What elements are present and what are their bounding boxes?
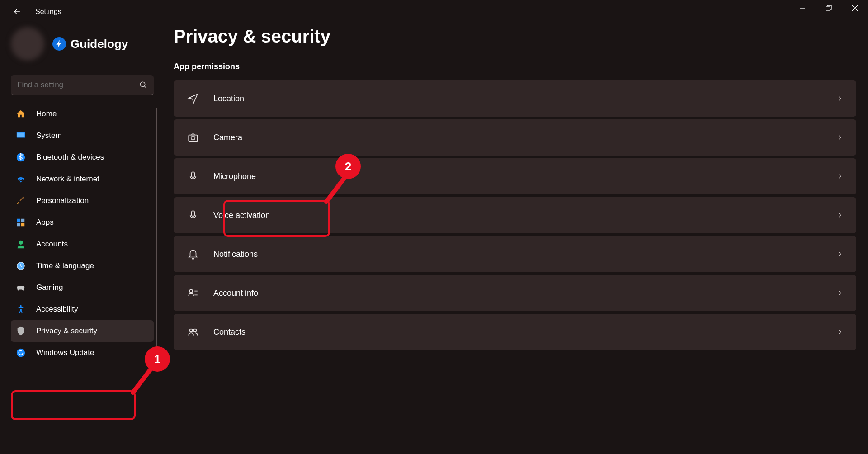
sidebar-item-home[interactable]: Home — [11, 103, 154, 125]
brand-text: Guidelogy — [71, 37, 128, 51]
sidebar-item-label: Time & language — [36, 261, 94, 270]
svg-rect-16 — [192, 172, 195, 177]
main-content: Privacy & security App permissions Locat… — [174, 24, 856, 454]
permission-rows: Location Camera Microphone Voice activat… — [174, 80, 856, 350]
sidebar-item-accessibility[interactable]: Accessibility — [11, 298, 154, 320]
row-contacts[interactable]: Contacts — [174, 314, 856, 350]
minimize-button[interactable] — [789, 0, 816, 16]
chevron-right-icon — [836, 95, 844, 102]
sidebar-item-label: Gaming — [36, 283, 63, 292]
sidebar-item-label: Accounts — [36, 240, 68, 249]
svg-point-18 — [189, 289, 193, 293]
chevron-right-icon — [836, 134, 844, 141]
row-account-info[interactable]: Account info — [174, 275, 856, 311]
row-voice-activation[interactable]: Voice activation — [174, 197, 856, 233]
svg-point-1 — [140, 82, 145, 87]
clock-globe-icon — [15, 260, 26, 271]
sidebar-item-label: Bluetooth & devices — [36, 153, 104, 162]
row-camera[interactable]: Camera — [174, 119, 856, 156]
apps-icon — [15, 217, 26, 228]
svg-point-12 — [20, 305, 22, 307]
sidebar-item-label: Privacy & security — [36, 326, 97, 336]
svg-point-19 — [189, 329, 193, 332]
voice-activation-icon — [186, 209, 200, 221]
sidebar-item-gaming[interactable]: Gaming — [11, 277, 154, 298]
sidebar: Guidelogy Home System Bluetooth & device… — [0, 24, 163, 454]
chevron-right-icon — [836, 173, 844, 180]
update-icon — [15, 347, 26, 358]
window-controls — [789, 0, 868, 16]
sidebar-item-label: System — [36, 131, 62, 140]
chevron-right-icon — [836, 328, 844, 336]
person-icon — [15, 239, 26, 250]
search-input[interactable] — [17, 80, 139, 90]
svg-rect-8 — [21, 223, 24, 226]
location-icon — [186, 93, 200, 104]
close-icon — [852, 5, 858, 11]
row-label: Contacts — [213, 327, 823, 337]
wifi-icon — [15, 174, 26, 184]
svg-point-4 — [17, 153, 25, 161]
brand: Guidelogy — [52, 37, 128, 51]
sidebar-item-label: Accessibility — [36, 305, 78, 314]
sidebar-item-time-language[interactable]: Time & language — [11, 255, 154, 277]
home-icon — [15, 109, 26, 119]
chevron-right-icon — [836, 289, 844, 297]
chevron-right-icon — [836, 251, 844, 258]
svg-rect-0 — [826, 6, 830, 10]
page-title: Privacy & security — [174, 26, 856, 47]
app-title: Settings — [35, 8, 61, 16]
user-header: Guidelogy — [11, 24, 154, 64]
sidebar-item-label: Personalization — [36, 196, 89, 205]
sidebar-item-apps[interactable]: Apps — [11, 212, 154, 233]
svg-rect-17 — [192, 211, 195, 216]
svg-point-15 — [191, 136, 195, 140]
shield-icon — [15, 326, 26, 336]
svg-rect-5 — [17, 219, 20, 222]
brush-icon — [15, 195, 26, 206]
sidebar-item-label: Home — [36, 109, 57, 118]
sidebar-scrollbar[interactable] — [156, 108, 157, 361]
sidebar-item-label: Windows Update — [36, 348, 94, 357]
sidebar-item-accounts[interactable]: Accounts — [11, 233, 154, 255]
arrow-left-icon — [13, 7, 22, 16]
chevron-right-icon — [836, 212, 844, 219]
bell-icon — [186, 248, 200, 260]
sidebar-item-label: Network & internet — [36, 175, 99, 184]
row-label: Account info — [213, 288, 823, 298]
account-info-icon — [186, 287, 200, 299]
search-icon — [139, 81, 147, 89]
row-label: Location — [213, 94, 823, 104]
sidebar-item-network[interactable]: Network & internet — [11, 168, 154, 190]
search-box[interactable] — [11, 75, 154, 95]
minimize-icon — [799, 5, 806, 11]
close-button[interactable] — [842, 0, 868, 16]
contacts-icon — [186, 326, 200, 338]
gamepad-icon — [15, 282, 26, 293]
sidebar-item-bluetooth[interactable]: Bluetooth & devices — [11, 147, 154, 168]
back-button[interactable] — [9, 7, 25, 16]
row-notifications[interactable]: Notifications — [174, 236, 856, 272]
avatar — [11, 27, 44, 61]
brand-icon — [52, 37, 66, 51]
maximize-icon — [826, 5, 832, 11]
row-label: Camera — [213, 133, 823, 142]
microphone-icon — [186, 170, 200, 182]
monitor-icon — [15, 130, 26, 141]
sidebar-item-windows-update[interactable]: Windows Update — [11, 342, 154, 364]
row-label: Voice activation — [213, 211, 823, 220]
sidebar-item-personalization[interactable]: Personalization — [11, 190, 154, 212]
sidebar-item-label: Apps — [36, 218, 54, 227]
bluetooth-icon — [15, 152, 26, 163]
row-microphone[interactable]: Microphone — [174, 158, 856, 194]
sidebar-item-system[interactable]: System — [11, 125, 154, 147]
maximize-button[interactable] — [816, 0, 842, 16]
row-location[interactable]: Location — [174, 80, 856, 117]
svg-point-9 — [19, 241, 23, 245]
nav: Home System Bluetooth & devices Network … — [11, 103, 154, 364]
sidebar-item-privacy-security[interactable]: Privacy & security — [11, 320, 154, 342]
row-label: Notifications — [213, 250, 823, 259]
svg-rect-7 — [17, 223, 20, 226]
svg-rect-6 — [21, 219, 24, 222]
svg-rect-3 — [17, 133, 25, 137]
